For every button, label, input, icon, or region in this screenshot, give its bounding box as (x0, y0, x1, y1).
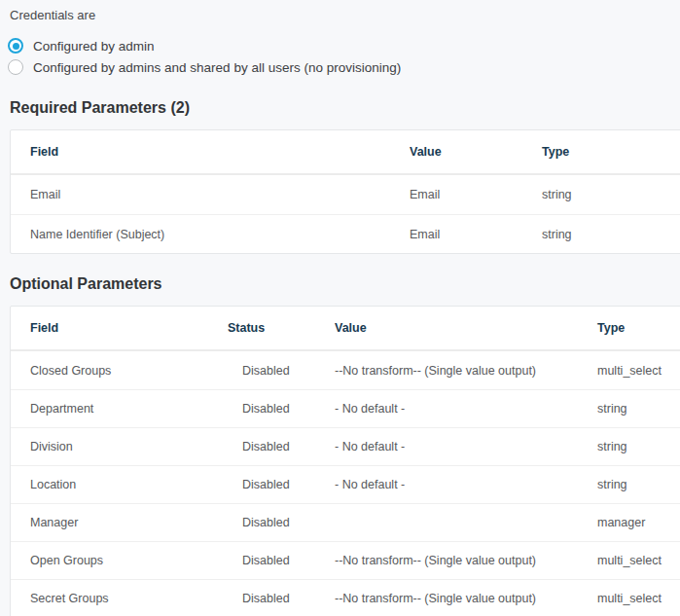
type-cell: multi_select (597, 554, 680, 567)
column-header-field: Field (30, 321, 228, 335)
type-cell: string (542, 188, 680, 201)
column-header-type: Type (542, 145, 680, 159)
column-header-value: Value (335, 321, 597, 335)
table-row[interactable]: Department Disabled - No default - strin… (11, 389, 680, 427)
radio-selected-icon[interactable] (8, 38, 23, 54)
table-row[interactable]: Location Disabled - No default - string (11, 465, 680, 503)
credentials-label: Credentials are (10, 8, 680, 22)
field-cell: Open Groups (30, 554, 228, 567)
field-cell: Division (30, 440, 228, 453)
credentials-radio-group: Configured by admin Configured by admins… (8, 35, 680, 78)
column-header-type: Type (597, 321, 680, 335)
radio-unselected-icon[interactable] (8, 59, 23, 75)
table-row[interactable]: Division Disabled - No default - string (11, 427, 680, 465)
status-cell: Disabled (228, 364, 335, 378)
status-cell: Disabled (228, 478, 335, 491)
type-cell: string (597, 478, 680, 491)
radio-option-configured-by-admin[interactable]: Configured by admin (8, 35, 680, 56)
type-cell: manager (597, 516, 680, 529)
table-row[interactable]: Open Groups Disabled --No transform-- (S… (11, 541, 680, 579)
field-cell: Location (30, 478, 228, 491)
value-cell: Email (410, 188, 542, 201)
value-cell: --No transform-- (Single value output) (335, 364, 597, 378)
status-cell: Disabled (228, 592, 335, 605)
field-cell: Closed Groups (30, 364, 228, 378)
table-row[interactable]: Closed Groups Disabled --No transform-- … (11, 351, 680, 389)
radio-dot-icon (13, 43, 19, 50)
table-header-row: Field Value Type (11, 130, 680, 175)
type-cell: multi_select (597, 592, 680, 605)
type-cell: string (542, 228, 680, 241)
field-cell: Department (30, 402, 228, 416)
radio-option-label: Configured by admin (33, 39, 155, 54)
parameters-page: Credentials are Configured by admin Conf… (0, 0, 680, 616)
value-cell: Email (410, 228, 542, 241)
optional-parameters-table: Field Status Value Type Closed Groups Di… (10, 306, 680, 616)
value-cell: - No default - (335, 440, 597, 453)
field-cell: Name Identifier (Subject) (30, 228, 410, 241)
type-cell: multi_select (597, 364, 680, 378)
optional-parameters-heading: Optional Parameters (10, 274, 680, 293)
field-cell: Secret Groups (30, 592, 228, 605)
type-cell: string (597, 440, 680, 453)
value-cell: --No transform-- (Single value output) (335, 592, 597, 605)
table-row[interactable]: Manager Disabled manager (11, 503, 680, 541)
type-cell: string (597, 402, 680, 416)
table-header-row: Field Status Value Type (11, 307, 680, 351)
value-cell: - No default - (335, 478, 597, 491)
field-cell: Email (30, 188, 410, 201)
required-parameters-heading: Required Parameters (2) (10, 98, 680, 117)
column-header-value: Value (410, 145, 542, 159)
table-row[interactable]: Email Email string (11, 175, 680, 214)
radio-option-configured-shared[interactable]: Configured by admins and shared by all u… (8, 56, 680, 78)
status-cell: Disabled (228, 402, 335, 416)
column-header-status: Status (228, 321, 335, 335)
radio-option-label: Configured by admins and shared by all u… (33, 60, 401, 75)
value-cell: - No default - (335, 402, 597, 416)
status-cell: Disabled (228, 440, 335, 453)
field-cell: Manager (30, 516, 228, 529)
status-cell: Disabled (228, 554, 335, 567)
value-cell: --No transform-- (Single value output) (335, 554, 597, 567)
column-header-field: Field (30, 145, 410, 159)
required-parameters-table: Field Value Type Email Email string Name… (10, 129, 680, 254)
table-row[interactable]: Name Identifier (Subject) Email string (11, 214, 680, 253)
status-cell: Disabled (228, 516, 335, 529)
table-row[interactable]: Secret Groups Disabled --No transform-- … (11, 579, 680, 616)
